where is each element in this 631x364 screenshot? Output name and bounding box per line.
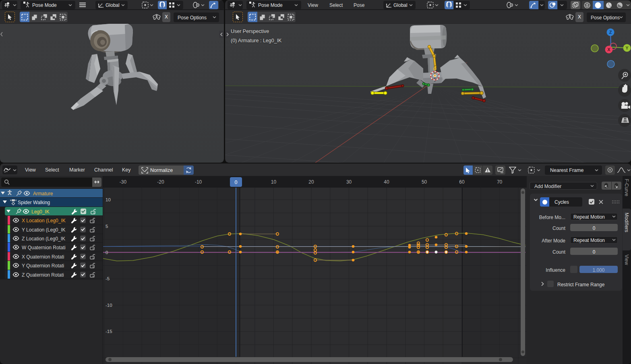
svg-text:X: X [607,47,610,52]
svg-text:40: 40 [384,179,389,185]
svg-text:-10: -10 [195,179,202,185]
svg-text:30: 30 [346,179,352,185]
svg-text:-15: -15 [106,329,112,334]
svg-text:10: 10 [106,197,111,202]
svg-text:20: 20 [308,179,314,185]
svg-text:Z: Z [609,30,612,35]
svg-text:-10: -10 [106,303,112,308]
svg-text:50: 50 [422,179,427,185]
svg-text:0: 0 [235,180,238,185]
svg-text:Y: Y [625,46,629,50]
svg-text:-20: -20 [157,179,164,185]
svg-text:-5: -5 [106,276,110,281]
svg-text:-30: -30 [120,179,127,185]
svg-text:60: 60 [459,179,465,185]
svg-text:70: 70 [497,179,503,185]
svg-text:10: 10 [271,179,277,185]
